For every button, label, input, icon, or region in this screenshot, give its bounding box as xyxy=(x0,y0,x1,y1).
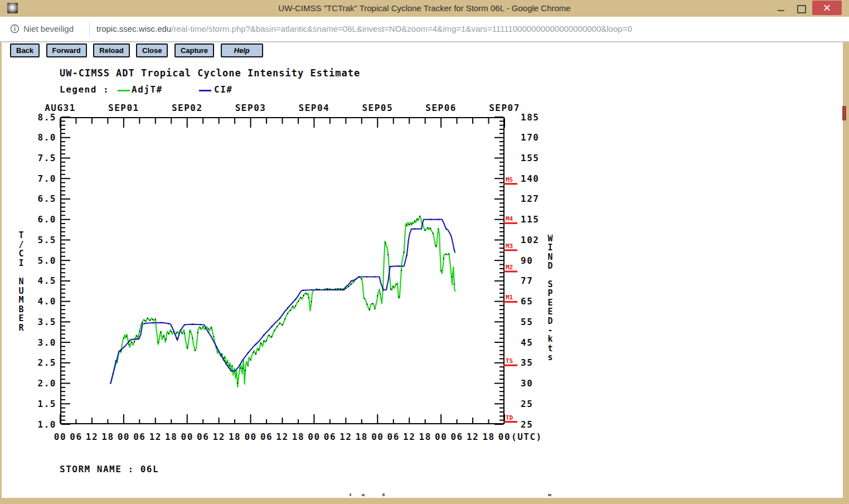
data-point-dot xyxy=(160,322,161,323)
info-icon[interactable] xyxy=(10,24,20,33)
y-axis-right-label: 25 xyxy=(521,399,533,409)
forward-button[interactable]: Forward xyxy=(46,43,87,57)
clipped-text-fragment xyxy=(548,494,551,496)
x-axis-hour-label: 00 xyxy=(435,432,447,442)
data-point-dot xyxy=(266,340,267,341)
y-axis-right-label: 102 xyxy=(521,235,539,245)
data-point-dot xyxy=(176,338,177,339)
y-axis-right-label: 45 xyxy=(521,337,533,348)
data-point-dot xyxy=(126,336,127,337)
plot-border xyxy=(61,118,504,424)
data-point-dot xyxy=(271,336,272,337)
data-point-dot xyxy=(157,342,158,343)
data-point-dot xyxy=(438,219,439,220)
data-point-dot xyxy=(250,360,251,361)
x-axis-hour-label: 00 xyxy=(371,432,384,442)
minimize-button[interactable] xyxy=(774,2,788,15)
data-point-dot xyxy=(160,332,161,333)
data-point-dot xyxy=(422,223,423,224)
data-point-dot xyxy=(231,370,232,371)
y-axis-left-label: 3.0 xyxy=(38,337,56,348)
data-point-dot xyxy=(409,224,410,225)
address-url[interactable]: tropic.ssec.wisc.edu/real-time/storm.php… xyxy=(96,24,632,33)
data-point-dot xyxy=(427,227,428,228)
x-axis-hour-label: 06 xyxy=(197,432,209,442)
data-point-dot xyxy=(245,370,246,371)
back-button[interactable]: Back xyxy=(10,43,40,57)
data-point-dot xyxy=(414,229,415,230)
data-point-dot xyxy=(200,327,201,328)
reload-button[interactable]: Reload xyxy=(93,43,129,57)
x-axis-hour-label: 06 xyxy=(70,432,82,442)
data-point-dot xyxy=(287,308,288,309)
y-axis-right-label: 25 xyxy=(521,419,533,430)
data-point-dot xyxy=(137,336,138,337)
data-point-dot xyxy=(411,223,413,224)
data-point-dot xyxy=(242,368,243,369)
y-axis-right-label: 185 xyxy=(521,112,539,123)
page-toolbar: Back Forward Reload Close Capture Help xyxy=(10,43,267,59)
data-point-dot xyxy=(366,304,367,305)
scrollbar-thumb[interactable] xyxy=(842,106,846,120)
legend-ci-label: CI# xyxy=(214,84,232,95)
window-title: UW-CIMSS "TCTrak" Tropical Cyclone Track… xyxy=(0,3,849,13)
x-axis-hour-label: 18 xyxy=(229,432,241,442)
data-point-dot xyxy=(184,324,185,325)
chart-title: UW-CIMSS ADT Tropical Cyclone Intensity … xyxy=(60,67,360,79)
security-status-label[interactable]: Niet beveiligd xyxy=(23,24,74,33)
data-point-dot xyxy=(213,336,214,337)
data-point-dot xyxy=(184,333,185,334)
capture-button[interactable]: Capture xyxy=(174,43,214,57)
data-point-dot xyxy=(369,309,370,310)
data-point-dot xyxy=(419,216,420,217)
data-point-dot xyxy=(202,326,203,327)
x-axis-hour-label: 00 xyxy=(308,432,320,442)
data-point-dot xyxy=(171,331,172,332)
sshs-marker-label: M4 xyxy=(506,215,513,222)
data-point-dot xyxy=(189,331,190,332)
y-axis-left-label: 1.5 xyxy=(38,399,56,409)
y-axis-left-label: 5.0 xyxy=(38,255,56,266)
data-point-dot xyxy=(155,318,156,319)
data-point-dot xyxy=(208,328,209,329)
storm-name-label: STORM NAME : 06L xyxy=(60,464,159,474)
legend-adjt-swatch xyxy=(118,90,130,91)
x-axis-date-label: SEP06 xyxy=(425,103,457,113)
data-point-dot xyxy=(343,289,344,290)
y-axis-left-label: 7.0 xyxy=(38,173,56,184)
window-border-bottom xyxy=(0,498,849,504)
data-point-dot xyxy=(377,295,378,297)
data-point-dot xyxy=(311,301,312,302)
data-point-dot xyxy=(168,333,169,334)
url-bar[interactable]: Niet beveiligd tropic.ssec.wisc.edu/real… xyxy=(0,17,849,42)
y-axis-left-label: 6.0 xyxy=(38,214,56,225)
sshs-marker-label: M3 xyxy=(506,243,513,250)
data-point-dot xyxy=(263,335,264,336)
x-axis-date-label: SEP04 xyxy=(299,103,330,113)
close-window-button[interactable] xyxy=(812,1,842,15)
data-point-dot xyxy=(300,297,302,298)
help-button[interactable]: Help xyxy=(221,43,263,57)
data-point-dot xyxy=(152,319,153,320)
data-point-dot xyxy=(287,313,288,314)
data-point-dot xyxy=(248,352,249,353)
data-point-dot xyxy=(454,249,455,250)
data-point-dot xyxy=(334,289,336,290)
y-axis-left-label: 6.5 xyxy=(38,193,56,204)
x-axis-hour-label: 12 xyxy=(213,432,225,442)
data-point-dot xyxy=(406,225,407,226)
data-point-dot xyxy=(390,289,391,290)
data-point-dot xyxy=(327,288,328,289)
y-axis-right-label: 55 xyxy=(521,317,533,327)
data-point-dot xyxy=(258,349,259,350)
maximize-button[interactable] xyxy=(794,2,808,15)
data-point-dot xyxy=(404,251,405,253)
data-point-dot xyxy=(255,353,256,354)
close-page-button[interactable]: Close xyxy=(136,43,168,57)
data-point-dot xyxy=(208,332,209,333)
data-point-dot xyxy=(166,338,167,340)
x-axis-hour-label: 12 xyxy=(467,432,479,442)
data-point-dot xyxy=(237,382,238,384)
data-point-dot xyxy=(351,284,352,285)
data-point-dot xyxy=(351,280,352,282)
